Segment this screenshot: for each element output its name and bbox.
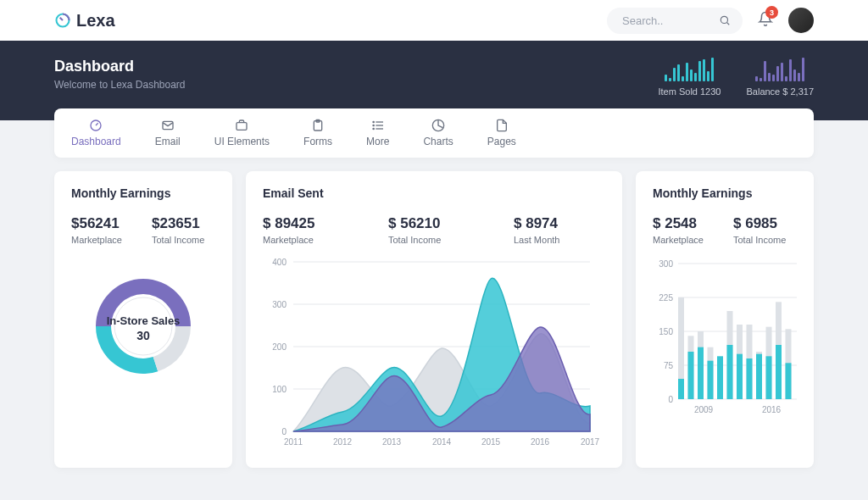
stat-value: $ 8974: [514, 215, 605, 232]
nav-item-charts[interactable]: Charts: [423, 119, 453, 147]
nav-label: Dashboard: [71, 136, 121, 147]
svg-rect-57: [698, 347, 704, 399]
stat-value: $ 6985: [733, 215, 797, 232]
nav-label: Email: [155, 136, 181, 147]
hero-stat-balance: Balance $ 2,317: [746, 58, 814, 97]
stat-marketplace: $ 2548 Marketplace: [653, 215, 716, 245]
donut-center-title: In-Store Sales: [107, 314, 181, 327]
hero-stat-items-sold: Item Sold 1230: [658, 58, 721, 97]
svg-rect-55: [678, 379, 684, 399]
svg-text:2012: 2012: [333, 437, 353, 447]
svg-point-13: [373, 128, 374, 129]
svg-rect-66: [786, 363, 792, 399]
svg-text:300: 300: [659, 259, 673, 269]
nav-label: Forms: [303, 136, 332, 147]
main-nav: Dashboard Email UI Elements Forms More C…: [54, 108, 814, 158]
svg-text:0: 0: [668, 395, 673, 404]
briefcase-icon: [235, 119, 248, 132]
nav-label: Charts: [423, 136, 453, 147]
card-monthly-earnings-right: Monthly Earnings $ 2548 Marketplace $ 69…: [636, 171, 814, 468]
clipboard-icon: [311, 119, 325, 132]
svg-text:100: 100: [272, 385, 287, 394]
nav-item-ui-elements[interactable]: UI Elements: [214, 119, 270, 147]
stat-total-income: $23651 Total Income: [152, 215, 215, 245]
sparkline-purple: [755, 58, 804, 81]
nav-label: More: [366, 136, 389, 147]
stat-total-income: $ 6985 Total Income: [733, 215, 797, 245]
stat-total-income: $ 56210 Total Income: [388, 215, 480, 245]
nav-label: UI Elements: [214, 136, 270, 147]
svg-rect-62: [747, 358, 753, 399]
area-chart: 400 300 200 100 0 2011 2012 2013 2014 20…: [263, 253, 602, 453]
svg-rect-61: [737, 354, 743, 399]
svg-rect-65: [776, 345, 782, 399]
svg-text:2013: 2013: [382, 437, 402, 447]
stat-marketplace: $ 89425 Marketplace: [263, 215, 354, 245]
donut-center-value: 30: [136, 329, 150, 342]
avatar[interactable]: [788, 8, 814, 33]
svg-rect-59: [717, 356, 723, 399]
svg-rect-60: [727, 345, 733, 399]
stat-value: $56241: [71, 215, 135, 232]
svg-text:75: 75: [664, 361, 674, 370]
nav-item-pages[interactable]: Pages: [487, 119, 516, 147]
search-icon: [719, 14, 731, 26]
stats-row: $ 2548 Marketplace $ 6985 Total Income: [653, 215, 797, 245]
page-subtitle: Welcome to Lexa Dashboard: [54, 79, 186, 91]
svg-text:2014: 2014: [432, 437, 452, 447]
notifications-button[interactable]: 3: [758, 11, 773, 30]
bar-chart: 300 225 150 75 0 2009 2016: [653, 258, 801, 428]
svg-text:2015: 2015: [481, 437, 501, 447]
file-icon: [495, 119, 509, 132]
svg-text:2011: 2011: [284, 437, 303, 447]
card-monthly-earnings-left: Monthly Earnings $56241 Marketplace $236…: [54, 171, 232, 468]
stat-label: Marketplace: [71, 235, 135, 245]
pie-chart-icon: [431, 119, 445, 132]
nav-item-dashboard[interactable]: Dashboard: [71, 119, 121, 147]
svg-text:2009: 2009: [694, 405, 714, 414]
svg-text:2016: 2016: [762, 405, 782, 414]
svg-rect-56: [688, 352, 694, 399]
nav-label: Pages: [487, 136, 516, 147]
brand-name: Lexa: [76, 11, 115, 31]
stat-label: Total Income: [733, 235, 797, 245]
gauge-icon: [54, 12, 71, 29]
svg-text:300: 300: [272, 300, 287, 309]
stat-marketplace: $56241 Marketplace: [71, 215, 135, 245]
svg-text:200: 200: [272, 342, 287, 352]
brand-logo[interactable]: Lexa: [54, 11, 115, 31]
card-email-sent: Email Sent $ 89425 Marketplace $ 56210 T…: [246, 171, 622, 468]
top-bar: Lexa 3: [0, 0, 868, 41]
svg-text:150: 150: [659, 327, 673, 336]
notification-badge: 3: [765, 6, 778, 19]
stat-last-month: $ 8974 Last Month: [514, 215, 605, 245]
nav-item-more[interactable]: More: [366, 119, 389, 147]
svg-point-12: [373, 125, 374, 125]
card-title: Monthly Earnings: [71, 186, 215, 200]
stat-value: $ 56210: [388, 215, 480, 232]
hero-stat-label: Balance $ 2,317: [746, 86, 814, 97]
hero-stats: Item Sold 1230 Balance $ 2,317: [658, 58, 814, 97]
nav-item-email[interactable]: Email: [155, 119, 181, 147]
gauge-icon: [89, 119, 103, 132]
hero-headings: Dashboard Welcome to Lexa Dashboard: [54, 58, 186, 91]
page-title: Dashboard: [54, 58, 186, 75]
svg-point-11: [373, 121, 374, 122]
stats-row: $56241 Marketplace $23651 Total Income: [71, 215, 215, 245]
svg-line-2: [726, 22, 729, 25]
svg-text:225: 225: [659, 293, 673, 303]
stat-label: Marketplace: [263, 235, 354, 245]
nav-item-forms[interactable]: Forms: [303, 119, 332, 147]
donut-chart: In-Store Sales 30: [71, 258, 215, 394]
svg-text:0: 0: [281, 427, 287, 436]
card-title: Email Sent: [263, 186, 605, 200]
stat-label: Total Income: [152, 235, 215, 245]
cards-row: Monthly Earnings $56241 Marketplace $236…: [0, 158, 868, 481]
envelope-icon: [161, 119, 175, 132]
svg-rect-64: [766, 356, 772, 399]
svg-rect-58: [708, 361, 714, 399]
svg-rect-63: [756, 354, 762, 399]
svg-point-1: [721, 16, 727, 23]
stat-label: Total Income: [388, 235, 480, 245]
stat-value: $ 2548: [653, 215, 716, 232]
